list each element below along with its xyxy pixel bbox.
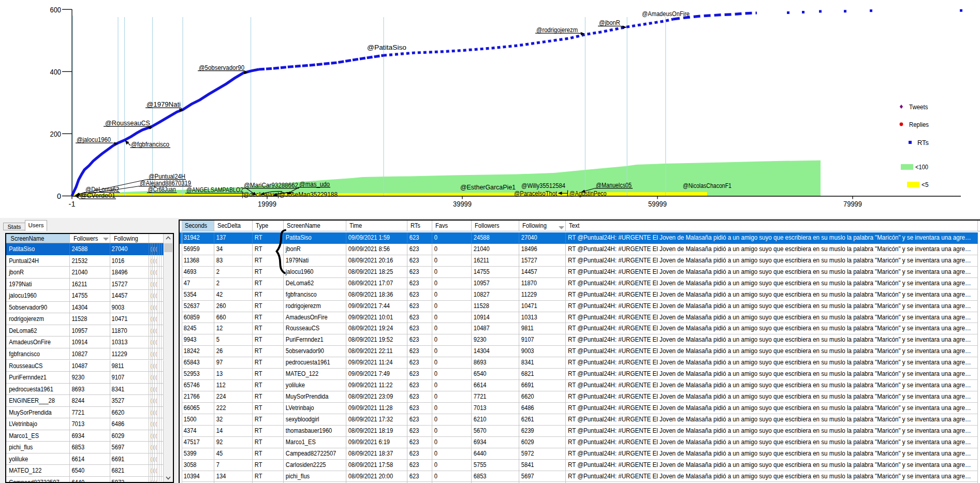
svg-text:59999: 59999: [648, 200, 667, 208]
svg-text:600: 600: [50, 6, 62, 14]
svg-text:Replies: Replies: [909, 121, 929, 128]
svg-text:@MariCar93288662: @MariCar93288662: [244, 181, 298, 189]
svg-text:|@JoseMan35229188: |@JoseMan35229188: [277, 191, 338, 198]
svg-text:19999: 19999: [258, 200, 276, 208]
svg-text:@RousseauCS: @RousseauCS: [105, 119, 150, 127]
svg-text:@mas_udo: @mas_udo: [299, 180, 330, 188]
svg-text:-1: -1: [69, 200, 76, 208]
svg-text:@fgbfrancisco: @fgbfrancisco: [131, 140, 169, 148]
svg-text:@1979Nati: @1979Nati: [147, 100, 181, 108]
svg-text:@NicolasChaconF1: @NicolasChaconF1: [683, 182, 732, 189]
svg-text:@ParacelsoThot: @ParacelsoThot: [514, 189, 557, 197]
svg-text:@AmadeusOnFire: @AmadeusOnFire: [642, 10, 690, 18]
svg-text:79999: 79999: [843, 200, 862, 208]
svg-text:@Cr68Juan: @Cr68Juan: [148, 185, 176, 193]
svg-text:@ANGELSAMPABLO2: @ANGELSAMPABLO2: [186, 186, 243, 194]
svg-text:@jbonR: @jbonR: [599, 19, 620, 26]
svg-text:|@declicalass: |@declicalass: [242, 191, 278, 198]
svg-text:@Manuelcs05: @Manuelcs05: [596, 181, 632, 189]
svg-text:400: 400: [50, 68, 62, 76]
svg-text:@EstherGarcaPie1: @EstherGarcaPie1: [460, 183, 516, 191]
svg-text:@PatitaSiso: @PatitaSiso: [367, 43, 406, 51]
svg-text:@jalocu1960: @jalocu1960: [77, 136, 111, 143]
svg-text:RTs: RTs: [917, 139, 929, 147]
svg-text:@5observador90: @5observador90: [199, 64, 244, 71]
svg-text:<100: <100: [915, 163, 928, 171]
svg-text:39999: 39999: [453, 200, 472, 208]
svg-text:<5: <5: [922, 181, 929, 188]
svg-text:@rodrigojerezm: @rodrigojerezm: [536, 26, 578, 34]
svg-text:@Willy35512584: @Willy35512584: [521, 182, 565, 189]
svg-text:200: 200: [50, 130, 62, 138]
svg-text:0: 0: [57, 192, 61, 200]
svg-text:Tweets: Tweets: [909, 103, 928, 111]
